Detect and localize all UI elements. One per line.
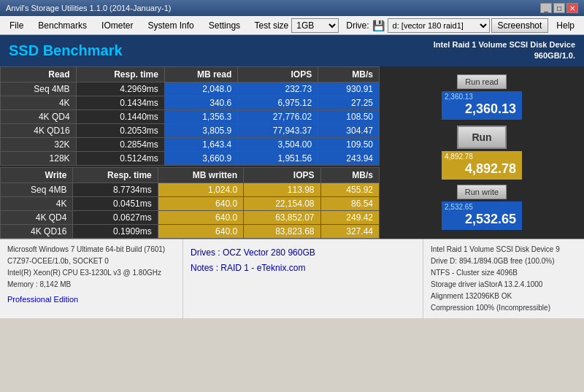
drive-group: Drive: 💾 d: [vector 180 raid1] [346, 18, 489, 33]
read-iops: 1,951.56 [238, 151, 318, 165]
footer-device: Intel Raid 1 Volume SCSI Disk Device 9 [431, 244, 577, 255]
write-row-label: 4K [1, 196, 73, 210]
write-table: Write Resp. time MB written IOPS MB/s Se… [0, 167, 380, 239]
menu-sysinfo[interactable]: System Info [141, 18, 200, 33]
write-score-big: 2,532.65 [445, 212, 516, 227]
main-content: Read Resp. time MB read IOPS MB/s Seq 4M… [0, 66, 584, 239]
footer-left: Microsoft Windows 7 Ultimate 64-bit Buil… [0, 239, 182, 318]
read-mb: 1,356.3 [164, 109, 237, 123]
write-score-group: Run write 2,532.65 2,532.65 [442, 185, 522, 230]
footer-center: Drives : OCZ Vector 280 960GB Notes : RA… [182, 239, 423, 318]
write-table-row: 4K 0.0451ms 640.0 22,154.08 86.54 [1, 196, 380, 210]
footer-compression: Compression 100% (Incompressible) [431, 302, 577, 314]
write-resp-time: 8.7734ms [73, 182, 158, 196]
read-table-row: 128K 0.5124ms 3,660.9 1,951.56 243.94 [1, 151, 380, 165]
write-mb: 640.0 [158, 196, 243, 210]
write-resp-time: 0.0627ms [73, 210, 158, 224]
table-area: Read Resp. time MB read IOPS MB/s Seq 4M… [0, 66, 380, 239]
read-table-row: 4K QD16 0.2053ms 3,805.9 77,943.37 304.4… [1, 123, 380, 137]
write-mbs: 86.54 [320, 196, 379, 210]
read-row-label: 128K [1, 151, 77, 165]
read-resp-time: 0.1440ms [76, 109, 164, 123]
run-read-button[interactable]: Run read [457, 74, 506, 89]
read-mbs: 243.94 [318, 151, 380, 165]
write-col-mb: MB written [158, 167, 243, 182]
write-mb: 640.0 [158, 224, 243, 238]
test-size-group: Test size 512MB 1GB 2GB 4GB [255, 18, 339, 33]
menu-benchmarks[interactable]: Benchmarks [31, 18, 93, 33]
read-score-big: 2,360.13 [445, 101, 516, 117]
read-col-resptime: Resp. time [76, 66, 164, 82]
read-mbs: 27.25 [318, 96, 380, 109]
screenshot-button[interactable]: Screenshot [491, 18, 549, 33]
footer-right: Intel Raid 1 Volume SCSI Disk Device 9 D… [423, 239, 584, 318]
write-mbs: 249.42 [320, 210, 379, 224]
write-row-label: 4K QD16 [1, 224, 73, 238]
total-score-box: 4,892.78 4,892.78 [442, 151, 522, 180]
write-row-label: 4K QD4 [1, 210, 73, 224]
write-resp-time: 0.0451ms [73, 196, 158, 210]
read-score-small: 2,360.13 [445, 93, 473, 101]
read-iops: 77,943.37 [238, 123, 318, 137]
device-line1: Intel Raid 1 Volume SCSI Disk Device [434, 39, 575, 50]
write-mbs: 327.44 [320, 224, 379, 238]
run-write-button[interactable]: Run write [457, 185, 507, 199]
read-table-row: 4K QD4 0.1440ms 1,356.3 27,776.02 108.50 [1, 109, 380, 123]
footer-alignment: Alignment 132096KB OK [431, 291, 577, 302]
read-col-label: Read [1, 66, 77, 82]
write-mb: 640.0 [158, 210, 243, 224]
total-score-big: 4,892.78 [445, 161, 516, 177]
write-resp-time: 0.1909ms [73, 224, 158, 238]
read-resp-time: 0.5124ms [76, 151, 164, 165]
footer-notes: Notes : RAID 1 - eTeknix.com [191, 261, 415, 277]
write-mbs: 455.92 [320, 182, 379, 196]
read-iops: 3,504.00 [238, 137, 318, 151]
read-score-group: Run read 2,360.13 2,360.13 [442, 74, 522, 120]
write-col-resptime: Resp. time [73, 167, 158, 182]
menu-file[interactable]: File [3, 18, 30, 33]
drive-select[interactable]: d: [vector 180 raid1] [388, 18, 490, 33]
read-resp-time: 0.1434ms [76, 96, 164, 109]
write-iops: 113.98 [244, 182, 320, 196]
maximize-button[interactable]: □ [553, 3, 565, 13]
read-mb: 3,660.9 [164, 151, 237, 165]
close-button[interactable]: ✕ [566, 3, 578, 13]
read-mb: 3,805.9 [164, 123, 237, 137]
device-line2: 960GB/1.0. [434, 50, 575, 61]
read-col-mbs: MB/s [318, 66, 380, 82]
footer: Microsoft Windows 7 Ultimate 64-bit Buil… [0, 239, 584, 318]
read-row-label: 32K [1, 137, 77, 151]
read-row-label: 4K QD16 [1, 123, 77, 137]
footer-ntfs: NTFS - Cluster size 4096B [431, 267, 577, 279]
test-size-select[interactable]: 512MB 1GB 2GB 4GB [291, 18, 339, 33]
ssd-header: SSD Benchmark Intel Raid 1 Volume SCSI D… [0, 35, 584, 66]
read-row-label: Seq 4MB [1, 82, 77, 96]
title-bar: Anvil's Storage Utilities 1.1.0 (2014-Ja… [0, 0, 584, 16]
run-main-button[interactable]: Run [457, 126, 506, 149]
write-iops: 63,852.07 [244, 210, 320, 224]
read-col-iops: IOPS [238, 66, 318, 82]
menu-bar: File Benchmarks IOmeter System Info Sett… [0, 16, 584, 35]
read-resp-time: 0.2854ms [76, 137, 164, 151]
read-iops: 232.73 [238, 82, 318, 96]
read-iops: 27,776.02 [238, 109, 318, 123]
footer-driver: Storage driver iaStorA 13.2.4.1000 [431, 279, 577, 291]
footer-drive-space: Drive D: 894.1/894.0GB free (100.0%) [431, 255, 577, 267]
write-iops: 22,154.08 [244, 196, 320, 210]
menu-iometer[interactable]: IOmeter [95, 18, 139, 33]
write-table-row: Seq 4MB 8.7734ms 1,024.0 113.98 455.92 [1, 182, 380, 196]
menu-help[interactable]: Help [550, 18, 581, 33]
total-score-small: 4,892.78 [445, 153, 473, 161]
read-score-box: 2,360.13 2,360.13 [442, 91, 522, 120]
right-panel: Run read 2,360.13 2,360.13 Run 4,892.78 … [380, 66, 584, 239]
minimize-button[interactable]: _ [540, 3, 552, 13]
write-iops: 83,823.68 [244, 224, 320, 238]
read-table-row: Seq 4MB 4.2969ms 2,048.0 232.73 930.91 [1, 82, 380, 96]
read-mb: 340.6 [164, 96, 237, 109]
read-table-row: 4K 0.1434ms 340.6 6,975.12 27.25 [1, 96, 380, 109]
read-iops: 6,975.12 [238, 96, 318, 109]
write-table-row: 4K QD4 0.0627ms 640.0 63,852.07 249.42 [1, 210, 380, 224]
footer-sysinfo-3: Intel(R) Xeon(R) CPU E3-1230L v3 @ 1.80G… [7, 267, 175, 279]
write-score-small: 2,532.65 [445, 203, 473, 211]
menu-settings[interactable]: Settings [202, 18, 247, 33]
